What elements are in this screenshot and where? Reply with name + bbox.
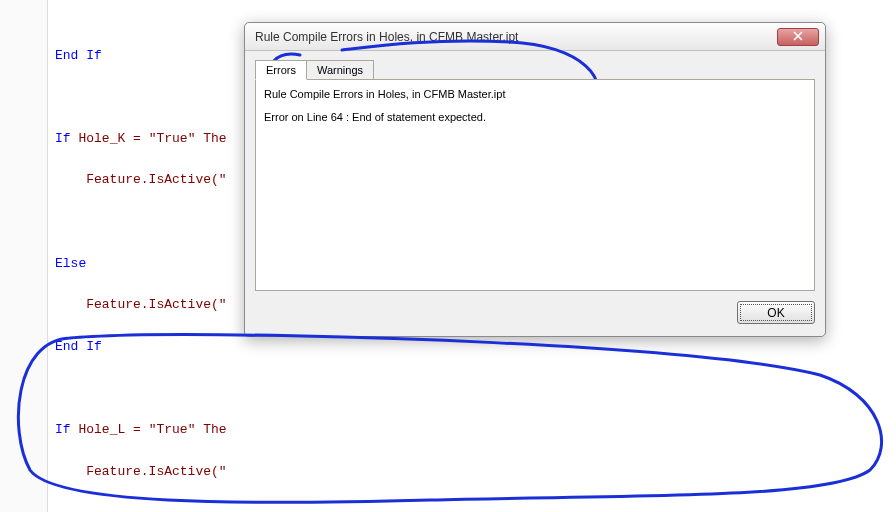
close-icon — [793, 30, 803, 44]
error-heading: Rule Compile Errors in Holes, in CFMB Ma… — [264, 86, 806, 103]
error-line: Error on Line 64 : End of statement expe… — [264, 109, 806, 126]
dialog-titlebar[interactable]: Rule Compile Errors in Holes, in CFMB Ma… — [245, 23, 825, 51]
tab-warnings[interactable]: Warnings — [306, 60, 374, 80]
close-button[interactable] — [777, 28, 819, 46]
compile-errors-dialog: Rule Compile Errors in Holes, in CFMB Ma… — [244, 22, 826, 337]
dialog-title: Rule Compile Errors in Holes, in CFMB Ma… — [255, 30, 777, 44]
gutter — [0, 0, 48, 512]
tab-errors[interactable]: Errors — [255, 60, 307, 80]
errors-listbox[interactable]: Rule Compile Errors in Holes, in CFMB Ma… — [255, 79, 815, 291]
ok-button[interactable]: OK — [737, 301, 815, 324]
tab-bar: Errors Warnings — [255, 60, 815, 80]
code-text: End If — [55, 48, 102, 63]
